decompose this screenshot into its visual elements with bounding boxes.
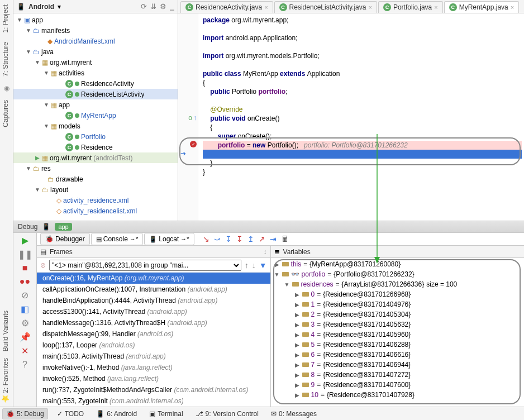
var-row[interactable]: ▶0 = {Residence@831701266968} bbox=[271, 289, 524, 299]
tool-tab-favorites[interactable]: ⭐ 2: Favorites bbox=[0, 355, 11, 407]
tool-tab-captures[interactable]: Captures bbox=[0, 96, 11, 132]
tree-manifests[interactable]: manifests bbox=[41, 27, 70, 35]
tree-pkg-test[interactable]: org.wit.myrent bbox=[50, 154, 92, 162]
tree-residence[interactable]: Residence bbox=[81, 144, 113, 151]
mute-breakpoints-icon[interactable]: ⊘ bbox=[21, 290, 28, 300]
close-icon[interactable]: × bbox=[511, 4, 514, 11]
close-icon[interactable]: × bbox=[434, 4, 437, 11]
var-row[interactable]: ▶5 = {Residence@831701406288} bbox=[271, 340, 524, 350]
close-icon[interactable]: × bbox=[368, 4, 371, 11]
tree-activities[interactable]: activities bbox=[59, 69, 84, 77]
tree-manifest-file[interactable]: AndroidManifest.xml bbox=[54, 37, 115, 45]
close-icon[interactable]: ✕ bbox=[21, 346, 28, 356]
tab-portfolio[interactable]: CPortfolio.java× bbox=[378, 1, 443, 13]
step-out-icon[interactable]: ↥ bbox=[246, 235, 256, 244]
evaluate-icon[interactable]: 🖩 bbox=[279, 235, 290, 244]
tab-myrentapp[interactable]: CMyRentApp.java× bbox=[444, 1, 519, 13]
var-row[interactable]: ▼residences = {ArrayList@831701266336} s… bbox=[271, 279, 524, 289]
sb-version-control[interactable]: ⎇ 9: Version Control bbox=[192, 409, 262, 419]
run-to-cursor-icon[interactable]: ⇥ bbox=[268, 235, 278, 244]
override-icon[interactable]: ο bbox=[188, 114, 192, 122]
breakpoint-check-icon[interactable]: ✓ bbox=[190, 141, 197, 147]
frames-list[interactable]: onCreate():16, MyRentApp (org.wit.myrent… bbox=[37, 273, 270, 407]
pin-icon[interactable]: 📌 bbox=[20, 332, 31, 342]
tree-portfolio[interactable]: Portfolio bbox=[81, 133, 106, 141]
help-icon[interactable]: ? bbox=[22, 360, 27, 370]
tree-pkg[interactable]: org.wit.myrent bbox=[50, 59, 92, 66]
tab-debugger[interactable]: 🐞 Debugger bbox=[40, 233, 90, 245]
gear-icon[interactable]: ⚙ bbox=[160, 2, 166, 11]
var-row[interactable]: ▶8 = {Residence@831701407272} bbox=[271, 370, 524, 380]
var-row[interactable]: ▶this = {MyRentApp@831701260080} bbox=[271, 259, 524, 269]
tab-residence-activity[interactable]: CResidenceActivity.java× bbox=[180, 1, 273, 13]
var-row[interactable]: ▶2 = {Residence@831701405304} bbox=[271, 309, 524, 319]
frame-row[interactable]: access$1300():141, ActivityThread (andro… bbox=[37, 306, 270, 317]
step-over-icon[interactable]: ⤻ bbox=[212, 235, 222, 244]
step-into-icon[interactable]: ↧ bbox=[223, 235, 234, 244]
tool-tab-project[interactable]: 1: Project bbox=[0, 0, 11, 37]
project-tree[interactable]: ▼▣app ▼🗀manifests ◆AndroidManifest.xml ▼… bbox=[13, 13, 178, 221]
tree-res[interactable]: res bbox=[41, 165, 51, 173]
sb-messages[interactable]: ✉ 0: Messages bbox=[268, 409, 320, 419]
var-row[interactable]: ▶4 = {Residence@831701405960} bbox=[271, 330, 524, 340]
sb-debug[interactable]: 🐞 5: Debug bbox=[2, 408, 48, 419]
sb-todo[interactable]: ✓ TODO bbox=[54, 409, 87, 419]
view-selector[interactable]: Android bbox=[28, 3, 54, 11]
camera-icon[interactable]: ◉ bbox=[0, 81, 13, 96]
frame-row[interactable]: invokeNative():-1, Method (java.lang.ref… bbox=[37, 362, 270, 373]
tree-layout1[interactable]: activity_residence.xml bbox=[63, 197, 128, 204]
tree-layout2[interactable]: activity_residencelist.xml bbox=[63, 207, 137, 215]
sb-android[interactable]: 📱 6: Android bbox=[93, 409, 140, 419]
frame-row[interactable]: onCreate():16, MyRentApp (org.wit.myrent… bbox=[37, 273, 270, 284]
variables-tree[interactable]: ▶this = {MyRentApp@831701260080}▼👓portfo… bbox=[271, 258, 524, 407]
force-step-into-icon[interactable]: ↧ bbox=[235, 235, 245, 244]
tree-myrentapp[interactable]: MyRentApp bbox=[81, 112, 116, 120]
filter-icon[interactable]: ▼ bbox=[259, 261, 267, 270]
pause-icon[interactable]: ❚❚ bbox=[18, 249, 32, 260]
frame-row[interactable]: handleBindApplication():4444, ActivityTh… bbox=[37, 295, 270, 306]
sb-terminal[interactable]: ▣ Terminal bbox=[146, 409, 186, 419]
collapse-icon[interactable]: ⇊ bbox=[150, 2, 156, 11]
frame-row[interactable]: main():5103, ActivityThread (android.app… bbox=[37, 351, 270, 362]
frame-row[interactable]: dispatchMessage():99, Handler (android.o… bbox=[37, 328, 270, 340]
tree-residence-activity[interactable]: ResidenceActivity bbox=[81, 80, 134, 88]
show-exec-point-icon[interactable]: ↘ bbox=[201, 235, 211, 244]
tab-logcat[interactable]: 📱 Logcat →* bbox=[144, 233, 194, 245]
stop-icon[interactable]: ■ bbox=[22, 263, 28, 273]
tree-drawable[interactable]: drawable bbox=[56, 175, 83, 183]
tree-java[interactable]: java bbox=[41, 48, 54, 56]
frame-row[interactable]: main():553, ZygoteInit (com.android.inte… bbox=[37, 395, 270, 407]
gutter[interactable]: ο↑ ✓ ➔ bbox=[178, 13, 198, 221]
frame-row[interactable]: callApplicationOnCreate():1007, Instrume… bbox=[37, 284, 270, 295]
tree-models[interactable]: models bbox=[59, 122, 80, 130]
close-icon[interactable]: × bbox=[264, 4, 268, 11]
frame-row[interactable]: invoke():525, Method (java.lang.reflect) bbox=[37, 373, 270, 384]
var-row[interactable]: ▶1 = {Residence@831701404976} bbox=[271, 299, 524, 309]
camera-icon[interactable]: ◧ bbox=[21, 304, 29, 314]
tree-app[interactable]: app bbox=[32, 16, 43, 24]
resume-icon[interactable]: ▶ bbox=[22, 235, 28, 246]
tab-residence-list-activity[interactable]: CResidenceListActivity.java× bbox=[274, 1, 377, 13]
frame-row[interactable]: handleMessage():1316, ActivityThread$H (… bbox=[37, 317, 270, 328]
view-breakpoints-icon[interactable]: ●● bbox=[20, 276, 30, 287]
tab-console[interactable]: ▤ Console →* bbox=[91, 233, 143, 245]
frame-row[interactable]: run():737, ZygoteInit$MethodAndArgsCalle… bbox=[37, 384, 270, 395]
drop-frame-icon[interactable]: ↗ bbox=[257, 235, 267, 244]
tool-tab-structure[interactable]: 7: Structure bbox=[0, 37, 11, 81]
tree-layout[interactable]: layout bbox=[50, 186, 68, 194]
implement-up-icon[interactable]: ↑ bbox=[193, 114, 197, 122]
chevron-down-icon[interactable]: ▾ bbox=[58, 3, 61, 11]
code-editor[interactable]: ο↑ ✓ ➔ package org.wit.myrent.app; impor… bbox=[178, 13, 524, 221]
var-row[interactable]: ▶6 = {Residence@831701406616} bbox=[271, 350, 524, 360]
settings-icon[interactable]: ⚙ bbox=[21, 318, 29, 328]
restore-layout-icon[interactable]: ↕ bbox=[264, 248, 267, 256]
tree-residence-list-activity[interactable]: ResidenceListActivity bbox=[81, 90, 144, 98]
var-row[interactable]: ▶10 = {Residence@831701407928} bbox=[271, 390, 524, 400]
frame-row[interactable]: loop():137, Looper (android.os) bbox=[37, 340, 270, 351]
hide-icon[interactable]: ⎯ bbox=[170, 2, 174, 11]
next-frame-icon[interactable]: ↓ bbox=[252, 261, 256, 270]
tool-tab-build-variants[interactable]: Build Variants bbox=[0, 307, 11, 355]
tree-pkg-app[interactable]: app bbox=[59, 101, 70, 109]
var-row[interactable]: ▶3 = {Residence@831701405632} bbox=[271, 319, 524, 330]
prev-frame-icon[interactable]: ↑ bbox=[245, 261, 249, 270]
